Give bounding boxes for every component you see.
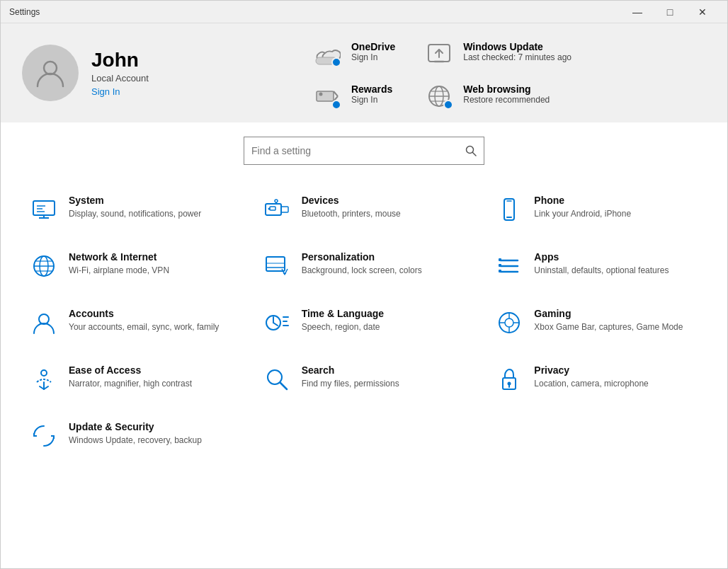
windows-update-icon [426, 40, 453, 67]
service-rewards[interactable]: Rewards Sign In [312, 79, 395, 110]
svg-line-47 [273, 323, 278, 326]
rewards-dot [331, 100, 341, 110]
update-security-text: Update & Security Windows Update, recove… [69, 421, 202, 447]
devices-icon [262, 195, 292, 224]
svg-point-25 [275, 200, 278, 202]
personalization-icon [262, 251, 292, 281]
svg-rect-20 [266, 204, 281, 215]
setting-item-privacy[interactable]: Privacy Location, camera, microphone [487, 355, 706, 404]
system-desc: Display, sound, notifications, power [69, 208, 201, 220]
devices-text: Devices Bluetooth, printers, mouse [302, 195, 401, 220]
personalization-desc: Background, lock screen, colors [302, 265, 422, 277]
window-title: Settings [9, 7, 40, 17]
service-column-right: Windows Update Last checked: 7 minutes a… [423, 36, 571, 110]
setting-item-update-security[interactable]: Update & Security Windows Update, recove… [22, 411, 241, 461]
main-content: System Display, sound, notifications, po… [1, 122, 727, 568]
rewards-text: Rewards Sign In [351, 84, 392, 105]
service-onedrive[interactable]: OneDrive Sign In [312, 36, 395, 67]
windows-update-text: Windows Update Last checked: 7 minutes a… [463, 41, 571, 62]
network-text: Network & Internet Wi-Fi, airplane mode,… [69, 251, 169, 277]
svg-point-44 [39, 314, 49, 324]
windows-update-name: Windows Update [463, 41, 571, 52]
windows-update-sub: Last checked: 7 minutes ago [463, 52, 571, 62]
service-column-left: OneDrive Sign In Rewards [312, 36, 395, 110]
title-bar: Settings — □ ✕ [1, 1, 727, 23]
profile-signin-link[interactable]: Sign In [91, 86, 149, 97]
search-setting-text: Search Find my files, permissions [302, 364, 399, 390]
search-setting-title: Search [302, 364, 399, 376]
search-container [22, 137, 706, 165]
system-text: System Display, sound, notifications, po… [69, 195, 201, 220]
svg-line-4 [334, 91, 338, 96]
ease-of-access-desc: Narrator, magnifier, high contrast [69, 378, 192, 390]
rewards-name: Rewards [351, 84, 392, 95]
gaming-desc: Xbox Game Bar, captures, Game Mode [534, 321, 683, 333]
profile-name: John [91, 49, 149, 71]
setting-item-search[interactable]: Search Find my files, permissions [255, 355, 474, 404]
update-security-desc: Windows Update, recovery, backup [69, 435, 202, 447]
web-browsing-name: Web browsing [463, 84, 550, 95]
update-security-title: Update & Security [69, 421, 202, 432]
svg-point-61 [268, 370, 282, 384]
settings-grid: System Display, sound, notifications, po… [22, 185, 706, 461]
search-setting-desc: Find my files, permissions [302, 378, 399, 390]
search-box[interactable] [244, 137, 484, 165]
setting-item-accounts[interactable]: Accounts Your accounts, email, sync, wor… [22, 298, 241, 347]
setting-item-gaming[interactable]: Gaming Xbox Game Bar, captures, Game Mod… [487, 298, 706, 347]
network-icon [29, 251, 59, 281]
personalization-text: Personalization Background, lock screen,… [302, 251, 422, 277]
close-button[interactable]: ✕ [686, 1, 719, 23]
onedrive-text: OneDrive Sign In [351, 41, 395, 62]
ease-of-access-title: Ease of Access [69, 364, 192, 376]
svg-rect-14 [33, 201, 55, 215]
time-language-desc: Speech, region, date [302, 321, 384, 333]
phone-title: Phone [534, 195, 631, 206]
profile-account-type: Local Account [91, 73, 149, 84]
windows-update-icon-wrap [423, 36, 455, 67]
accounts-icon [29, 308, 59, 338]
update-security-icon [29, 421, 59, 451]
gaming-icon [494, 308, 524, 338]
maximize-button[interactable]: □ [654, 1, 686, 23]
apps-icon [494, 251, 524, 281]
onedrive-dot [331, 57, 341, 67]
setting-item-ease-of-access[interactable]: Ease of Access Narrator, magnifier, high… [22, 355, 241, 404]
web-browsing-sub: Restore recommended [463, 95, 550, 105]
svg-point-3 [319, 93, 322, 96]
apps-title: Apps [534, 251, 669, 263]
web-browsing-icon-wrap [423, 79, 455, 110]
network-title: Network & Internet [69, 251, 169, 263]
minimize-button[interactable]: — [621, 1, 654, 23]
window-controls: — □ ✕ [621, 1, 719, 23]
rewards-icon-wrap [312, 79, 343, 110]
ease-of-access-text: Ease of Access Narrator, magnifier, high… [69, 364, 192, 390]
svg-rect-42 [499, 264, 501, 267]
time-language-icon [262, 308, 292, 338]
svg-point-52 [505, 318, 513, 327]
privacy-text: Privacy Location, camera, microphone [534, 364, 648, 390]
setting-item-system[interactable]: System Display, sound, notifications, po… [22, 185, 241, 234]
time-language-text: Time & Language Speech, region, date [302, 308, 384, 333]
profile-info: John Local Account Sign In [91, 49, 149, 97]
accounts-text: Accounts Your accounts, email, sync, wor… [69, 308, 219, 333]
service-web-browsing[interactable]: Web browsing Restore recommended [423, 79, 571, 110]
system-title: System [69, 195, 201, 206]
service-windows-update[interactable]: Windows Update Last checked: 7 minutes a… [423, 36, 571, 67]
setting-item-personalization[interactable]: Personalization Background, lock screen,… [255, 241, 474, 291]
devices-desc: Bluetooth, printers, mouse [302, 208, 401, 220]
svg-line-13 [473, 153, 477, 156]
accounts-desc: Your accounts, email, sync, work, family [69, 321, 219, 333]
svg-rect-2 [317, 91, 334, 101]
setting-item-apps[interactable]: Apps Uninstall, defaults, optional featu… [487, 241, 706, 291]
onedrive-icon-wrap [312, 36, 343, 67]
search-input[interactable] [251, 145, 465, 156]
privacy-icon [494, 364, 524, 394]
setting-item-phone[interactable]: Phone Link your Android, iPhone [487, 185, 706, 234]
setting-item-devices[interactable]: Devices Bluetooth, printers, mouse [255, 185, 474, 234]
header-section: John Local Account Sign In OneDrive [1, 23, 727, 122]
apps-text: Apps Uninstall, defaults, optional featu… [534, 251, 669, 277]
setting-item-network[interactable]: Network & Internet Wi-Fi, airplane mode,… [22, 241, 241, 291]
search-icon [465, 145, 477, 156]
setting-item-time-language[interactable]: Time & Language Speech, region, date [255, 298, 474, 347]
svg-point-23 [268, 208, 270, 210]
